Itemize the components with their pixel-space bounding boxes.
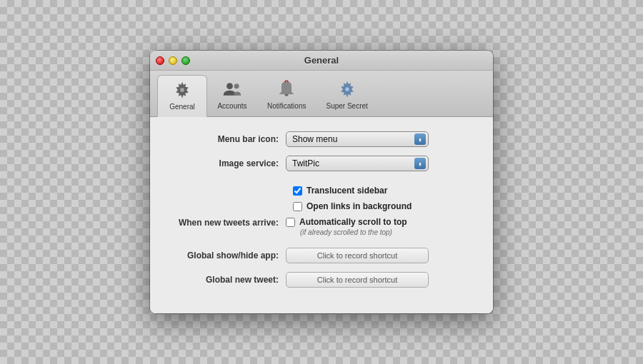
image-service-row: Image service: TwitPic Imgur yfrog — [171, 156, 472, 171]
tab-supersecret-label: Super Secret — [326, 102, 367, 110]
tab-accounts[interactable]: Accounts — [207, 75, 257, 116]
svg-point-2 — [181, 89, 184, 91]
when-new-tweets-control: Automatically scroll to top (if already … — [286, 217, 407, 236]
global-new-tweet-control: Click to record shortcut — [286, 272, 472, 288]
tab-general-label: General — [169, 103, 195, 111]
svg-point-3 — [226, 83, 233, 89]
svg-point-9 — [345, 88, 348, 91]
preferences-window: General General — [150, 51, 493, 313]
global-new-tweet-shortcut-button[interactable]: Click to record shortcut — [286, 272, 429, 288]
general-icon — [171, 79, 194, 101]
content-area: Menu bar icon: Show menu Hide menu Image… — [150, 117, 493, 313]
translucent-sidebar-checkbox[interactable] — [293, 186, 302, 196]
open-links-label: Open links in background — [306, 201, 412, 211]
window-title: General — [304, 55, 339, 66]
menu-bar-icon-select-wrapper: Show menu Hide menu — [286, 131, 429, 147]
tab-supersecret[interactable]: Super Secret — [316, 75, 377, 116]
image-service-label: Image service: — [171, 158, 286, 168]
open-links-row: Open links in background — [171, 201, 472, 211]
image-service-select[interactable]: TwitPic Imgur yfrog — [286, 156, 429, 171]
supersecret-icon — [336, 78, 359, 101]
accounts-icon — [221, 78, 244, 101]
auto-scroll-label: Automatically scroll to top — [299, 217, 407, 227]
traffic-lights — [156, 56, 190, 65]
tab-notifications[interactable]: ! Notifications — [257, 75, 316, 116]
close-button[interactable] — [156, 56, 164, 65]
svg-point-4 — [234, 84, 239, 89]
global-showhide-label: Global show/hide app: — [171, 251, 286, 261]
title-bar: General — [150, 51, 493, 71]
minimize-button[interactable] — [169, 56, 177, 65]
open-links-checkbox[interactable] — [293, 202, 302, 211]
global-showhide-control: Click to record shortcut — [286, 248, 472, 263]
global-new-tweet-label: Global new tweet: — [171, 275, 286, 285]
image-service-select-wrapper: TwitPic Imgur yfrog — [286, 156, 429, 171]
auto-scroll-checkbox[interactable] — [286, 218, 295, 227]
tab-general[interactable]: General — [157, 75, 207, 117]
menu-bar-icon-select[interactable]: Show menu Hide menu — [286, 131, 429, 147]
when-new-tweets-label: When new tweets arrive: — [171, 217, 286, 228]
menu-bar-icon-label: Menu bar icon: — [171, 134, 286, 144]
toolbar: General Accounts ! — [150, 71, 493, 117]
menu-bar-icon-row: Menu bar icon: Show menu Hide menu — [171, 131, 472, 147]
maximize-button[interactable] — [181, 56, 190, 65]
tab-notifications-label: Notifications — [267, 102, 306, 110]
global-showhide-shortcut-button[interactable]: Click to record shortcut — [286, 248, 429, 263]
translucent-sidebar-label: Translucent sidebar — [306, 186, 387, 196]
image-service-control: TwitPic Imgur yfrog — [286, 156, 472, 171]
menu-bar-icon-control: Show menu Hide menu — [286, 131, 472, 147]
tab-accounts-label: Accounts — [217, 102, 246, 110]
auto-scroll-row: Automatically scroll to top — [286, 217, 407, 227]
auto-scroll-hint: (if already scrolled to the top) — [286, 228, 407, 236]
global-showhide-row: Global show/hide app: Click to record sh… — [171, 248, 472, 263]
notifications-icon: ! — [275, 78, 298, 101]
when-new-tweets-row: When new tweets arrive: Automatically sc… — [171, 217, 472, 236]
translucent-sidebar-row: Translucent sidebar — [171, 186, 472, 196]
global-new-tweet-row: Global new tweet: Click to record shortc… — [171, 272, 472, 288]
